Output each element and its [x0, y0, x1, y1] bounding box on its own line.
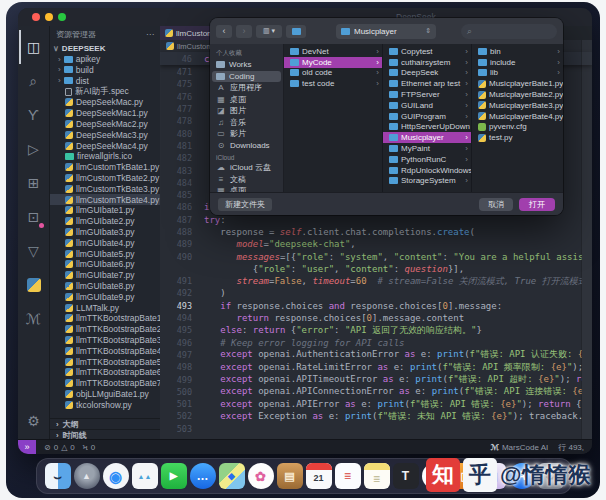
- dock-icon-maps[interactable]: ◆: [219, 463, 245, 489]
- tree-item[interactable]: DeepSeekMac3.py: [50, 129, 160, 140]
- close-window-button[interactable]: [32, 13, 40, 21]
- dialog-sidebar-item[interactable]: ▦桌面: [210, 94, 283, 106]
- tree-item[interactable]: llmGUIbate7.py: [50, 270, 160, 281]
- dialog-sidebar-item[interactable]: ♫音乐: [210, 117, 283, 129]
- dialog-sidebar-item[interactable]: ⊙Downloads: [210, 140, 283, 152]
- dock-icon-photos-stack[interactable]: ▲▲: [132, 463, 158, 489]
- tree-item[interactable]: llmGUIbate6.py: [50, 259, 160, 270]
- more-actions-icon[interactable]: ⋯: [146, 30, 154, 39]
- tree-item[interactable]: llmGUIbate3.py: [50, 227, 160, 238]
- tree-item[interactable]: objLLMguiBate1.py: [50, 389, 160, 400]
- problems-indicator[interactable]: ⊘ 0 △ 0: [44, 443, 75, 452]
- file-item[interactable]: MyCode›: [284, 57, 382, 68]
- file-item[interactable]: RdpUnlockWindows›: [383, 165, 471, 176]
- new-folder-button[interactable]: 新建文件夹: [218, 198, 272, 211]
- cursor-position[interactable]: 行 493,: [558, 442, 584, 453]
- search-icon[interactable]: ⌕: [19, 64, 49, 98]
- file-item[interactable]: DevNet›: [284, 46, 382, 57]
- tree-item[interactable]: llmTTKBootstrapBate6.py: [50, 367, 160, 378]
- dialog-sidebar-item[interactable]: ◪图片: [210, 105, 283, 117]
- testing-icon[interactable]: ▽: [19, 234, 49, 268]
- open-button[interactable]: 打开: [519, 198, 555, 211]
- tree-item[interactable]: llmCustomTkBate1.py: [50, 162, 160, 173]
- tree-item[interactable]: tkcolorshow.py: [50, 399, 160, 410]
- tree-item[interactable]: llmCustomTkBate2.py: [50, 173, 160, 184]
- forward-button[interactable]: ›: [236, 25, 252, 38]
- file-item[interactable]: old code›: [284, 68, 382, 79]
- file-item[interactable]: MusicplayerBate1.py: [472, 78, 563, 89]
- search-field[interactable]: ⌕: [461, 24, 557, 39]
- minimap[interactable]: [581, 40, 592, 440]
- tree-item[interactable]: ›dist: [50, 75, 160, 86]
- tree-item[interactable]: llmTTKBootstrapBate1.py: [50, 313, 160, 324]
- file-item[interactable]: FTPServer›: [383, 89, 471, 100]
- file-item[interactable]: PythonRunC›: [383, 154, 471, 165]
- dock-icon-photos[interactable]: ✿: [248, 463, 274, 489]
- file-item[interactable]: DeepSeek›: [383, 68, 471, 79]
- tree-item[interactable]: DeepSeekMac.py: [50, 97, 160, 108]
- tree-item[interactable]: llmGUIbate5.py: [50, 248, 160, 259]
- file-item[interactable]: Musicplayer›: [383, 132, 471, 143]
- back-button[interactable]: ‹: [216, 25, 232, 38]
- file-item[interactable]: GUIProgram›: [383, 111, 471, 122]
- tree-item[interactable]: llmTTKBootstrapBate4.py: [50, 345, 160, 356]
- python-extension-icon[interactable]: [19, 268, 49, 302]
- path-dropdown[interactable]: Musicplayer ⇕: [336, 24, 436, 39]
- tree-item[interactable]: llmGUIbate1.py: [50, 205, 160, 216]
- dock-icon-launchpad[interactable]: ▲: [74, 463, 100, 489]
- marscode-status[interactable]: ℳ MarsCode AI: [490, 443, 548, 452]
- dialog-sidebar-item[interactable]: ☁iCloud 云盘: [210, 162, 283, 174]
- marscode-icon[interactable]: ℳ: [19, 302, 49, 336]
- file-item[interactable]: GUILand›: [383, 100, 471, 111]
- file-item[interactable]: MusicplayerBate3.py: [472, 100, 563, 111]
- minimize-window-button[interactable]: [45, 13, 53, 21]
- dock-icon-reminders[interactable]: ≡: [335, 463, 361, 489]
- tree-item[interactable]: llmGUIbate9.py: [50, 291, 160, 302]
- tree-item[interactable]: llmGUIbate2.py: [50, 216, 160, 227]
- file-item[interactable]: cuthairsystem›: [383, 57, 471, 68]
- remote-indicator[interactable]: »: [18, 440, 36, 454]
- outline-panel[interactable]: › 大纲: [50, 418, 160, 429]
- source-control-icon[interactable]: ϒ: [19, 98, 49, 132]
- file-item[interactable]: HttpServerUpDown›: [383, 122, 471, 133]
- file-item[interactable]: Copytest›: [383, 46, 471, 57]
- tree-item[interactable]: llmGUIbate8.py: [50, 281, 160, 292]
- ports-indicator[interactable]: Ϟ 0: [83, 443, 95, 452]
- dock-icon-facetime[interactable]: ▶: [161, 463, 187, 489]
- zoom-window-button[interactable]: [58, 13, 66, 21]
- tree-item[interactable]: llmTTKBootstrapBate2.py: [50, 324, 160, 335]
- file-item[interactable]: pyvenv.cfg: [472, 122, 563, 133]
- tree-item[interactable]: DeepSeekMac4.py: [50, 140, 160, 151]
- tree-item[interactable]: ›build: [50, 65, 160, 76]
- tree-item[interactable]: LLMTalk.py: [50, 302, 160, 313]
- file-item[interactable]: Ethernet arp test›: [383, 78, 471, 89]
- file-item[interactable]: include›: [472, 57, 563, 68]
- dock-icon-finder[interactable]: ⌣: [45, 463, 71, 489]
- new-folder-toolbar-button[interactable]: [286, 25, 306, 38]
- file-item[interactable]: MusicplayerBate4.py: [472, 111, 563, 122]
- tree-item[interactable]: DeepSeekMac2.py: [50, 119, 160, 130]
- tree-item[interactable]: llmTTKBootstrapBate3.py: [50, 335, 160, 346]
- extensions-icon[interactable]: ⊞: [19, 166, 49, 200]
- view-mode-button[interactable]: ▥ ▾: [256, 25, 282, 38]
- dialog-sidebar-item[interactable]: ≡文稿: [210, 174, 283, 186]
- tree-item[interactable]: llmCustomTkBate3.py: [50, 183, 160, 194]
- dialog-sidebar-item[interactable]: Coding: [212, 71, 281, 83]
- dock-icon-textedit[interactable]: T: [393, 463, 419, 489]
- dock-icon-notes[interactable]: ≡: [364, 463, 390, 489]
- run-debug-icon[interactable]: ▷: [19, 132, 49, 166]
- dock-icon-messages[interactable]: …: [190, 463, 216, 489]
- file-item[interactable]: StorageSystem›: [383, 176, 471, 187]
- tree-item[interactable]: ∨DEEPSEEK: [50, 43, 160, 54]
- tree-item[interactable]: DeepSeekMac1.py: [50, 108, 160, 119]
- tree-item[interactable]: firewallgirls.ico: [50, 151, 160, 162]
- file-item[interactable]: test.py: [472, 132, 563, 143]
- dock-icon-calendar[interactable]: 21: [306, 463, 332, 489]
- tree-item[interactable]: llmCustomTkBate4.py: [50, 194, 160, 205]
- tree-item[interactable]: 新AI助手.spec: [50, 86, 160, 97]
- dock-icon-safari[interactable]: ◉: [103, 463, 129, 489]
- remote-explorer-icon[interactable]: ⊡: [19, 200, 49, 234]
- tree-item[interactable]: llmTTKBootstrapBate7.py: [50, 378, 160, 389]
- file-item[interactable]: bin›: [472, 46, 563, 57]
- file-item[interactable]: lib›: [472, 68, 563, 79]
